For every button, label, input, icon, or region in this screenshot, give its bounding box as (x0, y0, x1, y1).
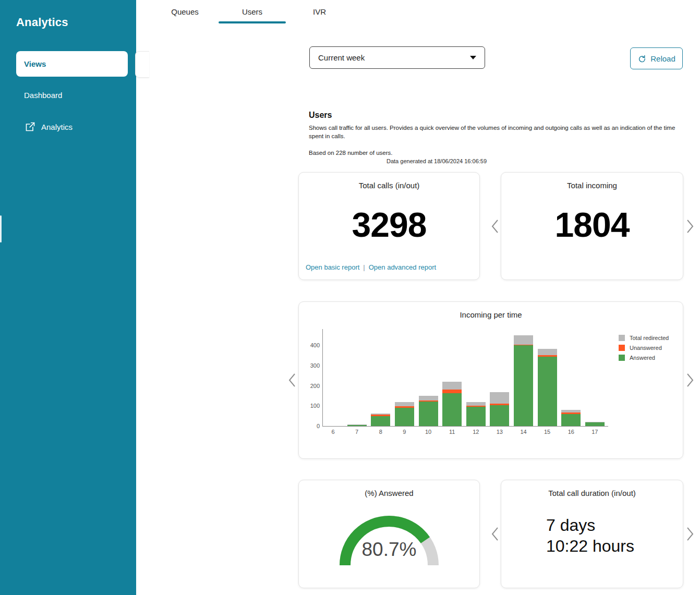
bar-group[interactable]: 16 (561, 329, 581, 426)
y-tick-label: 300 (310, 362, 320, 369)
links-separator: | (363, 263, 365, 271)
bar-segment-total-redirected (395, 402, 414, 406)
period-select-value: Current week (318, 53, 365, 62)
chevron-right-icon[interactable] (686, 218, 694, 234)
bar-segment-total-redirected (466, 402, 486, 406)
legend-label: Answered (630, 355, 655, 361)
legend-swatch (619, 335, 625, 341)
bar-segment-answered (538, 357, 557, 426)
section-title: Users (309, 111, 332, 120)
external-link-icon (25, 122, 35, 132)
bars: 67891011121314151617 (323, 329, 605, 426)
bar-segment-answered (395, 408, 414, 426)
based-on-text: Based on 228 number of users. (309, 150, 392, 156)
legend-swatch (619, 345, 625, 351)
tab-queues[interactable]: Queues (151, 0, 219, 23)
bar-segment-total-redirected (419, 396, 438, 400)
x-tick-label: 9 (395, 429, 414, 435)
bar-group[interactable]: 15 (538, 329, 557, 426)
sidebar-item-dashboard[interactable]: Dashboard (24, 91, 62, 100)
x-tick-label: 13 (490, 429, 509, 435)
sidebar: Analytics Views Dashboard Analytics (0, 0, 136, 595)
card-total-calls: Total calls (in/out) 3298 Open basic rep… (298, 172, 480, 280)
card-incoming-per-time: Incoming per time 0100200300400 67891011… (298, 301, 683, 459)
sidebar-item-views[interactable]: Views (16, 51, 128, 77)
bar-group[interactable]: 9 (395, 329, 414, 426)
x-tick-label: 15 (538, 429, 557, 435)
bar-segment-unanswered (442, 390, 462, 393)
clipped-nav-pill[interactable] (135, 51, 149, 78)
period-select[interactable]: Current week (309, 46, 485, 69)
duration-hours: 10:22 hours (546, 536, 634, 556)
chart-legend: Total redirectedUnansweredAnswered (619, 335, 669, 361)
card-total-calls-title: Total calls (in/out) (299, 181, 479, 190)
reload-button[interactable]: Reload (630, 47, 683, 69)
bar-segment-answered (466, 407, 486, 426)
sidebar-item-analytics[interactable]: Analytics (25, 122, 73, 132)
card-total-incoming: Total incoming 1804 (501, 172, 683, 280)
bar-group[interactable]: 13 (490, 329, 509, 426)
x-tick-label: 14 (514, 429, 533, 435)
x-tick-label: 16 (561, 429, 581, 435)
card-answered-percent-title: (%) Answered (299, 489, 479, 497)
tab-users[interactable]: Users (219, 0, 286, 23)
bar-group[interactable]: 6 (323, 329, 343, 426)
bar-segment-answered (585, 422, 605, 426)
chevron-left-icon[interactable] (288, 372, 296, 388)
card-total-calls-value: 3298 (299, 205, 479, 245)
x-tick-label: 6 (323, 429, 343, 435)
data-generated-text: Data generated at 18/06/2024 16:06:59 (387, 158, 487, 164)
reload-icon (637, 54, 646, 63)
bar-segment-answered (442, 393, 462, 426)
x-tick-label: 11 (442, 429, 462, 435)
y-tick-label: 400 (310, 342, 320, 348)
legend-label: Total redirected (630, 335, 669, 341)
bar-segment-total-redirected (514, 335, 533, 345)
open-basic-report-link[interactable]: Open basic report (306, 263, 359, 271)
tab-ivr[interactable]: IVR (286, 0, 353, 23)
bar-segment-answered (561, 414, 581, 426)
x-tick-label: 10 (419, 429, 438, 435)
x-tick-label: 7 (347, 429, 367, 435)
legend-item[interactable]: Answered (619, 355, 669, 361)
card-answered-percent: (%) Answered 80.7% (298, 480, 480, 588)
bar-group[interactable]: 14 (514, 329, 533, 426)
duration-days: 7 days (546, 515, 634, 536)
bar-group[interactable]: 8 (371, 329, 390, 426)
chevron-right-icon[interactable] (686, 372, 694, 388)
legend-item[interactable]: Total redirected (619, 335, 669, 341)
bar-group[interactable]: 11 (442, 329, 462, 426)
card-total-incoming-value: 1804 (501, 205, 683, 245)
x-axis-line (322, 426, 608, 427)
bar-segment-answered (347, 425, 367, 426)
sidebar-item-analytics-label: Analytics (41, 123, 73, 131)
sidebar-title: Analytics (16, 16, 68, 29)
x-tick-label: 12 (466, 429, 486, 435)
card-total-incoming-title: Total incoming (501, 181, 683, 190)
bar-group[interactable]: 17 (585, 329, 605, 426)
chevron-left-icon[interactable] (491, 218, 499, 234)
card-total-duration-title: Total call duration (in/out) (501, 489, 683, 497)
bar-group[interactable]: 10 (419, 329, 438, 426)
section-description: Shows call traffic for all users. Provid… (309, 124, 682, 140)
bar-segment-total-redirected (538, 349, 557, 355)
open-advanced-report-link[interactable]: Open advanced report (369, 263, 436, 271)
y-tick-label: 100 (310, 403, 320, 409)
bar-segment-answered (514, 345, 533, 426)
legend-label: Unanswered (630, 345, 662, 351)
bar-group[interactable]: 12 (466, 329, 486, 426)
analytics-dashboard: Analytics Views Dashboard Analytics Queu… (0, 0, 700, 595)
bar-segment-total-redirected (490, 392, 509, 404)
y-axis-line (322, 329, 323, 427)
bar-group[interactable]: 7 (347, 329, 367, 426)
bar-segment-total-redirected (442, 382, 462, 390)
chevron-down-icon (470, 56, 476, 59)
legend-item[interactable]: Unanswered (619, 345, 669, 351)
left-edge-scroll-notch (0, 215, 2, 242)
x-tick-label: 17 (585, 429, 605, 435)
reload-label: Reload (650, 54, 675, 63)
card-total-duration: Total call duration (in/out) 7 days 10:2… (501, 480, 683, 588)
tab-queues-label: Queues (171, 7, 199, 16)
chevron-left-icon[interactable] (491, 526, 499, 542)
chevron-right-icon[interactable] (686, 526, 694, 542)
